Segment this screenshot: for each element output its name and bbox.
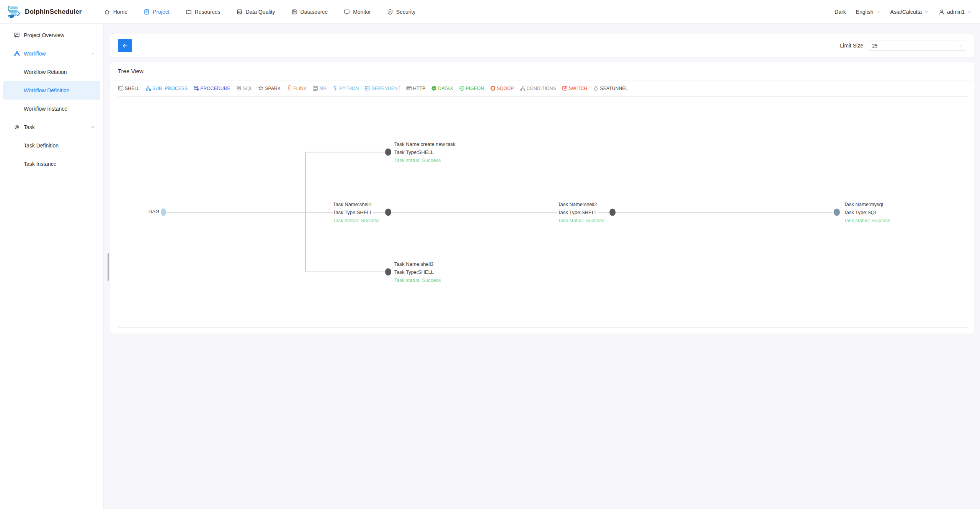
sidebar-item-task[interactable]: Task [0,118,103,136]
http-icon [406,85,412,91]
task-node-mysql[interactable] [834,209,840,216]
folder-icon [186,9,192,15]
task-node-text-shell1: Task Name:shell1Task Type:SHELLTask stat… [333,200,380,224]
arrow-left-icon [122,43,128,49]
workflow-icon [14,51,20,57]
chevron-up-icon [90,125,95,129]
task-node-create-new-task[interactable] [385,149,391,156]
legend-item-label: MR [319,86,327,91]
legend-item-label: PYTHON [339,86,359,91]
sidebar-item-label: Workflow Relation [24,69,67,75]
nav-item-resources[interactable]: Resources [186,9,220,15]
legend-item-label: SEATUNNEL [600,86,628,91]
language-select[interactable]: English [856,9,880,15]
task-type: Task Type:SHELL [394,148,434,156]
task-node-shell1[interactable] [385,209,391,216]
terminal-icon [118,85,124,91]
nav-item-home[interactable]: Home [104,9,127,15]
nav-item-datasource[interactable]: Datasource [291,9,328,15]
legend-item-label: DATAX [438,86,453,91]
chevron-up-icon [90,51,95,56]
legend-item-seatunnel: SEATUNNEL [593,85,628,91]
chevron-down-icon [958,44,963,48]
sidebar-item-project-overview[interactable]: Project Overview [0,26,103,44]
limit-size-select[interactable]: 25 [868,41,966,51]
tree-view-title: Tree View [118,68,144,74]
legend-item-sqoop: SQOOP [490,85,514,91]
python-icon [332,85,338,91]
project-icon [144,9,150,15]
legend-item-sub_process: SUB_PROCESS [145,85,188,91]
home-icon [104,9,110,15]
sidebar-item-workflow[interactable]: Workflow [0,44,103,63]
legend-item-label: PIGEON [466,86,484,91]
nav-item-label: Data Quality [246,9,275,15]
database-icon [236,85,242,91]
tree-chart-area: DAGTask Name:create new taskTask Type:SH… [118,96,968,328]
task-icon [14,124,20,130]
user-menu[interactable]: admin1 [939,9,972,15]
overview-icon [14,32,20,38]
nav-item-data-quality[interactable]: Data Quality [237,9,275,15]
security-icon [387,9,393,15]
task-node-shell3[interactable] [385,268,391,276]
task-status: Task status: Success [843,216,890,224]
sidebar-item-workflow-relation[interactable]: Workflow Relation [0,63,103,81]
tree-view-header: Tree View [110,62,974,80]
theme-toggle[interactable]: Dark [835,9,846,15]
limit-size-value: 25 [872,43,877,49]
top-header: DolphinScheduler HomeProjectResourcesDat… [0,0,980,24]
sidebar-item-task-definition[interactable]: Task Definition [0,136,103,155]
task-status: Task status: Success [394,276,441,284]
legend-item-spark: SPARK [258,85,281,91]
legend-item-label: SQL [243,86,253,91]
legend-item-label: HTTP [413,86,425,91]
switch-icon [562,85,568,91]
sidebar-item-task-instance[interactable]: Task Instance [0,155,103,173]
sidebar-item-label: Task Instance [24,161,57,167]
task-node-text-create-new-task: Task Name:create new taskTask Type:SHELL… [394,140,456,164]
task-node-shell2[interactable] [609,209,616,216]
nav-item-security[interactable]: Security [387,9,416,15]
nav-item-monitor[interactable]: Monitor [344,9,371,15]
nav-item-label: Project [153,9,170,15]
task-type: Task Type:SHELL [394,268,434,276]
legend-item-pigeon: PIGEON [459,85,484,91]
datasource-icon [291,9,297,15]
droplet-icon [593,85,599,91]
timezone-select[interactable]: Asia/Calcutta [890,9,929,15]
nav-item-label: Monitor [353,9,371,15]
task-status: Task status: Success [394,156,441,164]
back-button[interactable] [118,39,132,52]
sidebar-item-label: Workflow Definition [24,87,70,93]
task-name: Task Name:mysql [843,200,884,208]
task-type-legend: SHELLSUB_PROCESSPROCEDURESQLSPARKFLINKMR… [110,80,974,94]
top-nav: HomeProjectResourcesData QualityDatasour… [104,9,416,15]
legend-item-flink: FLINK [286,85,307,91]
brand[interactable]: DolphinScheduler [6,4,82,20]
sidebar-item-workflow-definition[interactable]: Workflow Definition [3,81,100,100]
task-node-text-shell2: Task Name:shell2Task Type:SHELLTask stat… [557,200,604,224]
branch-icon [520,85,526,91]
task-type: Task Type:SHELL [557,208,598,216]
task-status: Task status: Success [333,216,380,224]
legend-item-sql: SQL [236,85,253,91]
scrollbar-thumb[interactable] [108,253,109,281]
dag-root-node[interactable] [161,208,166,216]
tree-edges [118,97,968,327]
star-icon [258,85,264,91]
legend-item-shell: SHELL [118,85,140,91]
chevron-down-icon [876,10,880,14]
legend-item-label: SHELL [125,86,140,91]
import-icon [364,85,370,91]
sitemap-icon [145,85,151,91]
nav-item-project[interactable]: Project [144,9,170,15]
legend-item-label: SWITCH [569,86,588,91]
dolphinscheduler-logo-icon [6,4,21,20]
task-name: Task Name:shell1 [333,200,373,208]
sidebar-item-workflow-instance[interactable]: Workflow Instance [0,100,103,118]
legend-item-label: SPARK [265,86,281,91]
nav-item-label: Datasource [301,9,328,15]
brand-name: DolphinScheduler [25,8,82,16]
legend-item-label: FLINK [293,86,307,91]
